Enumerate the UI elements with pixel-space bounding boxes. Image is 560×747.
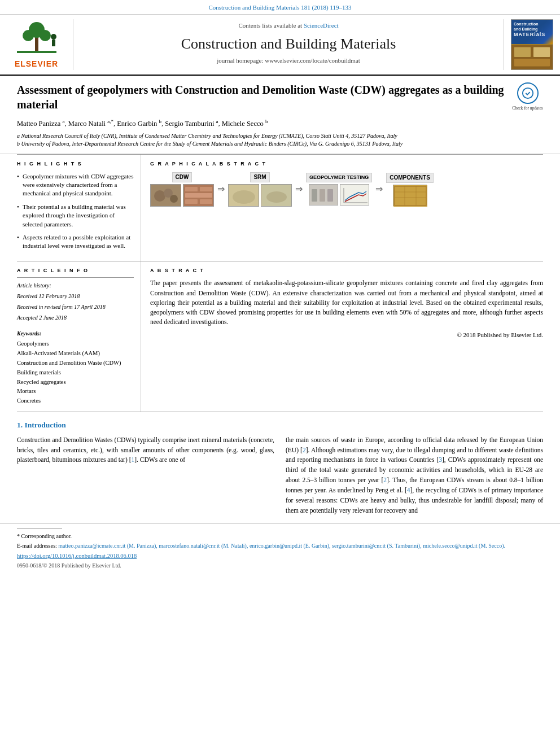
ga-arrow-1: ⇒ (217, 183, 225, 195)
article-info-divider (17, 277, 134, 278)
ga-img-brick (183, 184, 214, 207)
abstract-copyright: © 2018 Published by Elsevier Ltd. (150, 331, 543, 339)
spacer (17, 324, 134, 330)
svg-rect-8 (514, 47, 531, 58)
header-section: ELSEVIER Contents lists available at Sci… (0, 15, 560, 76)
journal-cover-image: Constructionand BuildingMATERialS (511, 19, 553, 70)
ga-arrow-3: ⇒ (375, 183, 383, 195)
keyword-6: Mortars (17, 387, 134, 396)
keyword-7: Concretes (17, 396, 134, 406)
keyword-2: Alkali-Activated Materials (AAM) (17, 349, 134, 359)
ga-geopolymer-images (309, 184, 369, 206)
ga-srm-images (228, 184, 292, 207)
header-right: Constructionand BuildingMATERialS (504, 19, 554, 70)
keyword-5: Recycled aggregates (17, 378, 134, 387)
email-links[interactable]: matteo.panizza@icmate.cnr.it (M. Panizza… (58, 543, 505, 549)
elsevier-logo: ELSEVIER (11, 20, 62, 70)
svg-rect-29 (327, 189, 333, 202)
highlight-item-2: Their potential as a building material w… (17, 203, 134, 229)
author-secco: Michele Secco b (222, 120, 268, 128)
article-info-col: A R T I C L E I N F O Article history: R… (17, 261, 141, 412)
keywords-list: Geopolymers Alkali-Activated Materials (… (17, 339, 134, 406)
sciencedirect-link[interactable]: ScienceDirect (304, 22, 339, 29)
affiliation-b: b University of Padova, Inter-Department… (17, 140, 505, 148)
svg-rect-6 (52, 40, 55, 46)
svg-point-15 (170, 195, 178, 203)
affiliation-a: a National Research Council of Italy (CN… (17, 132, 505, 140)
svg-rect-21 (200, 199, 212, 204)
svg-rect-33 (393, 185, 427, 207)
svg-rect-19 (185, 193, 212, 198)
ga-components-image (393, 185, 427, 206)
doi-line: https://doi.org/10.1016/j.conbuildmat.20… (17, 552, 543, 561)
ga-geopolymer-label: GEOPOLYMER TESTING (306, 173, 372, 182)
elsevier-logo-svg (11, 20, 62, 56)
contents-available-line: Contents lists available at ScienceDirec… (85, 21, 492, 30)
header-left: ELSEVIER (6, 19, 73, 70)
introduction-two-col: Construction and Demolition Wastes (CDWs… (17, 435, 543, 521)
article-accepted: Accepted 2 June 2018 (17, 313, 134, 322)
page: Construction and Building Materials 181 … (0, 0, 560, 747)
intro-right-para: the main sources of waste in Europe, acc… (286, 435, 543, 516)
highlights-graphical-abstract-section: H I G H L I G H T S Geopolymer mixtures … (17, 154, 543, 261)
highlight-item-1: Geopolymer mixtures with CDW aggregates … (17, 172, 134, 198)
check-updates-label: Check for updates (512, 106, 543, 112)
author-panizza: Matteo Panizza a (17, 120, 65, 128)
author-tamburini: Sergio Tamburini a (165, 120, 218, 128)
ga-img-chart (340, 184, 369, 206)
svg-point-13 (154, 190, 165, 202)
journal-title: Construction and Building Materials (85, 34, 492, 54)
check-updates-icon (522, 87, 534, 99)
svg-point-3 (23, 30, 34, 41)
abstract-label: A B S T R A C T (150, 267, 543, 274)
keywords-label: Keywords: (17, 330, 134, 338)
svg-rect-9 (533, 47, 550, 58)
ga-srm-label: SRM (250, 172, 269, 182)
svg-rect-0 (17, 51, 56, 53)
email-label: E-mail addresses: (17, 543, 57, 549)
brick-img-svg (184, 185, 213, 206)
highlight-item-3: Aspects related to a possible exploitati… (17, 233, 134, 251)
keyword-4: Building materials (17, 368, 134, 378)
author-natali: Marco Natali a,* (68, 120, 113, 128)
chart-svg (340, 185, 369, 206)
homepage-url[interactable]: www.elsevier.com/locate/conbuildmat (265, 57, 360, 64)
ga-components-label: COMPONENTS (386, 173, 434, 183)
check-updates-circle (517, 82, 539, 104)
svg-rect-18 (200, 187, 212, 191)
powder1-svg (229, 185, 259, 206)
svg-point-4 (40, 30, 51, 41)
abstract-text: The paper presents the assessment of met… (150, 278, 543, 327)
article-title-block: Assessment of geopolymers with Construct… (17, 82, 505, 148)
keyword-3: Construction and Demolition Waste (CDW) (17, 359, 134, 368)
svg-rect-27 (312, 189, 317, 202)
graphical-abstract-col: G R A P H I C A L A B S T R A C T CDW (141, 155, 543, 261)
cover-image-area (511, 44, 553, 69)
check-for-updates-block: Check for updates (512, 82, 543, 112)
article-info-abstract-section: A R T I C L E I N F O Article history: R… (17, 261, 543, 412)
highlights-list: Geopolymer mixtures with CDW aggregates … (17, 172, 134, 251)
elsevier-text: ELSEVIER (15, 59, 58, 70)
graphical-abstract-label: G R A P H I C A L A B S T R A C T (150, 160, 543, 168)
article-received: Received 12 February 2018 (17, 292, 134, 300)
article-history-label: Article history: (17, 281, 134, 290)
ga-cdw-label: CDW (172, 172, 193, 182)
article-received-revised: Received in revised form 17 April 2018 (17, 303, 134, 311)
svg-point-23 (233, 190, 255, 204)
journal-citation: Construction and Building Materials 181 … (208, 4, 351, 11)
footnote-asterisk: * Corresponding author. (17, 532, 543, 540)
doi-link[interactable]: https://doi.org/10.1016/j.conbuildmat.20… (17, 553, 137, 559)
ga-img-specimens (309, 184, 338, 206)
footnote-area: * Corresponding author. E-mail addresses… (0, 523, 560, 570)
keyword-1: Geopolymers (17, 339, 134, 349)
ga-srm-block: SRM (228, 172, 292, 207)
introduction-heading: 1. Introduction (17, 420, 543, 431)
intro-left-col: Construction and Demolition Wastes (CDWs… (17, 435, 274, 521)
author-garbin: Enrico Garbin b (117, 120, 161, 128)
ga-cdw-block: CDW (150, 172, 214, 207)
powder2-svg (262, 185, 291, 206)
journal-top-bar: Construction and Building Materials 181 … (0, 0, 560, 15)
ga-cdw-images (150, 184, 214, 207)
graphical-abstract-flow: CDW (150, 172, 543, 207)
ga-img-powder1 (228, 184, 259, 207)
